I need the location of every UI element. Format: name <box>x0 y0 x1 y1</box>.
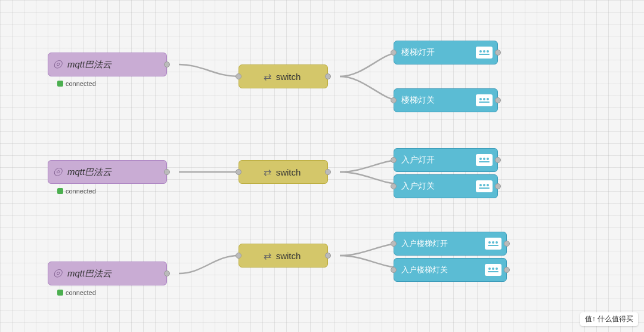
output-node-3b[interactable]: 入户楼梯灯关 <box>394 258 507 282</box>
mqtt-node-3[interactable]: ⦾ mqtt巴法云 <box>48 262 167 285</box>
output-port-left-2a <box>391 157 397 163</box>
router-icon-3b <box>485 264 501 276</box>
connected-text-3: connected <box>66 289 96 296</box>
output-node-1b[interactable]: 楼梯灯关 <box>394 88 498 112</box>
router-icon-2b <box>476 180 493 192</box>
output-label-2a: 入户灯开 <box>401 155 476 165</box>
output-port-left-3a <box>391 241 397 247</box>
mqtt-label-1: mqtt巴法云 <box>67 59 112 70</box>
switch-node-2[interactable]: ⇄ switch <box>239 160 328 184</box>
mqtt-node-2[interactable]: ⦾ mqtt巴法云 <box>48 160 167 184</box>
switch-node-3[interactable]: ⇄ switch <box>239 244 328 268</box>
connected-dot-2 <box>57 188 63 194</box>
output-label-1a: 楼梯灯开 <box>401 47 476 58</box>
output-label-3b: 入户楼梯灯关 <box>401 265 485 275</box>
output-node-2a[interactable]: 入户灯开 <box>394 148 498 172</box>
mqtt-port-right-1 <box>164 62 170 67</box>
connected-text-1: connected <box>66 80 96 87</box>
output-label-2b: 入户灯关 <box>401 181 476 192</box>
output-label-3a: 入户楼梯灯开 <box>401 238 485 249</box>
output-label-1b: 楼梯灯关 <box>401 95 476 106</box>
switch-node-1[interactable]: ⇄ switch <box>239 64 328 88</box>
connected-badge-2: connected <box>57 187 96 195</box>
switch-label-2: switch <box>276 167 301 177</box>
connected-text-2: connected <box>66 187 96 195</box>
switch-port-right-3 <box>325 253 331 259</box>
mqtt-port-right-2 <box>164 169 170 175</box>
switch-port-left-3 <box>236 253 242 259</box>
switch-port-left-1 <box>236 73 242 79</box>
output-port-left-1b <box>391 97 397 103</box>
mqtt-label-2: mqtt巴法云 <box>67 167 112 178</box>
mqtt-node-1[interactable]: ⦾ mqtt巴法云 <box>48 53 167 76</box>
wifi-icon-2: ⦾ <box>53 166 61 179</box>
switch-arrows-icon-2: ⇄ <box>264 167 271 178</box>
output-node-2b[interactable]: 入户灯关 <box>394 174 498 198</box>
router-icon-2a <box>476 154 493 166</box>
wifi-icon-3: ⦾ <box>53 268 61 280</box>
output-port-right-2b <box>495 183 501 189</box>
output-port-right-3b <box>504 267 510 273</box>
switch-arrows-icon-3: ⇄ <box>264 250 271 262</box>
output-node-3a[interactable]: 入户楼梯灯开 <box>394 232 507 256</box>
connected-badge-3: connected <box>57 289 96 296</box>
output-port-right-1a <box>495 50 501 56</box>
switch-arrows-icon-1: ⇄ <box>264 71 271 82</box>
mqtt-label-3: mqtt巴法云 <box>67 268 112 279</box>
switch-label-3: switch <box>276 251 301 261</box>
router-icon-1a <box>476 47 493 59</box>
output-port-left-2b <box>391 183 397 189</box>
output-port-right-2a <box>495 157 501 163</box>
mqtt-port-right-3 <box>164 270 170 276</box>
output-node-1a[interactable]: 楼梯灯开 <box>394 41 498 64</box>
switch-port-right-1 <box>325 73 331 79</box>
connected-badge-1: connected <box>57 80 96 87</box>
watermark: 值↑ 什么值得买 <box>580 312 638 326</box>
router-icon-1b <box>476 94 493 106</box>
connected-dot-3 <box>57 290 63 296</box>
switch-port-left-2 <box>236 169 242 175</box>
wifi-icon-1: ⦾ <box>53 59 61 71</box>
router-icon-3a <box>485 238 501 250</box>
switch-port-right-2 <box>325 169 331 175</box>
output-port-right-1b <box>495 97 501 103</box>
output-port-right-3a <box>504 241 510 247</box>
output-port-left-1a <box>391 50 397 56</box>
output-port-left-3b <box>391 267 397 273</box>
switch-label-1: switch <box>276 72 301 82</box>
connected-dot-1 <box>57 81 63 87</box>
